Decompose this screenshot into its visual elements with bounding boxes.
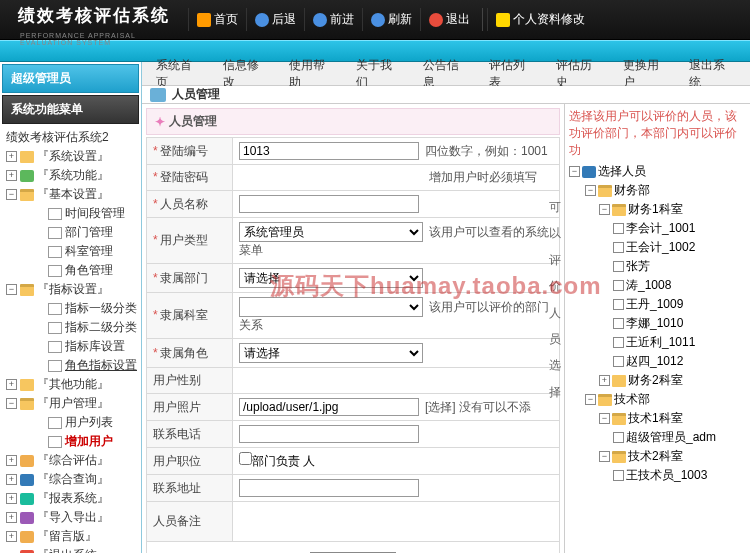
tree-add-user[interactable]: 增加用户 [4, 432, 137, 451]
rtree-person[interactable]: 涛_1008 [569, 276, 746, 295]
back-button[interactable]: 后退 [246, 8, 304, 31]
rtree-person[interactable]: 张芳 [569, 257, 746, 276]
refresh-icon [371, 13, 385, 27]
dept-select[interactable]: 请选择 [239, 268, 423, 288]
separator [482, 8, 483, 31]
tree-root[interactable]: 绩效考核评估系统2 [4, 128, 137, 147]
tree-query[interactable]: +『综合查询』 [4, 470, 137, 489]
hint: [选择] 没有可以不添 [425, 400, 531, 414]
tree-user-list[interactable]: 用户列表 [4, 413, 137, 432]
breadcrumb: 人员管理 [142, 86, 750, 104]
rtree-root[interactable]: −选择人员 [569, 162, 746, 181]
logo-area: 绩效考核评估系统 PERFORMANCE APPRAISAL EVALUATIO… [0, 8, 180, 31]
rtree-person[interactable]: 王近利_1011 [569, 333, 746, 352]
role-select[interactable]: 请选择 [239, 343, 423, 363]
form-title: 人员管理 [146, 108, 560, 135]
rtree-person[interactable]: 李娜_1010 [569, 314, 746, 333]
sidebar-tab-admin[interactable]: 超级管理员 [2, 64, 139, 93]
rtree-person[interactable]: 王会计_1002 [569, 238, 746, 257]
crumb-text: 人员管理 [172, 86, 220, 103]
tree-index-lib[interactable]: 指标库设置 [4, 337, 137, 356]
home-button[interactable]: 首页 [188, 8, 246, 31]
user-type-select[interactable]: 系统管理员 [239, 222, 423, 242]
header-toolbar: 首页 后退 前进 刷新 退出 个人资料修改 [188, 8, 593, 31]
login-id-input[interactable] [239, 142, 419, 160]
refresh-button[interactable]: 刷新 [362, 8, 420, 31]
main-area: 系统首页 信息修改 使用帮助 关于我们 公告信息 评估列表 评估历史 更换用户 … [142, 62, 750, 553]
exit-button[interactable]: 退出 [420, 8, 478, 31]
tree-role-manage[interactable]: 角色管理 [4, 261, 137, 280]
printer-icon [150, 88, 166, 102]
right-panel: 选择该用户可以评价的人员，该功评价部门，本部门内可以评价功 −选择人员 −财务部… [564, 104, 750, 553]
nav-tree: 绩效考核评估系统2 +『系统设置』 +『系统功能』 −『基本设置』 时间段管理 … [0, 126, 141, 553]
hint: 增加用户时必须填写 [429, 170, 537, 184]
photo-input[interactable] [239, 398, 419, 416]
app-header: 绩效考核评估系统 PERFORMANCE APPRAISAL EVALUATIO… [0, 0, 750, 40]
tree-user-manage[interactable]: −『用户管理』 [4, 394, 137, 413]
address-input[interactable] [239, 479, 419, 497]
tree-other-func[interactable]: +『其他功能』 [4, 375, 137, 394]
rtree-dept[interactable]: −财务部 [569, 181, 746, 200]
forward-icon [313, 13, 327, 27]
tree-basic-setting[interactable]: −『基本设置』 [4, 185, 137, 204]
sidebar-tab-menu[interactable]: 系统功能菜单 [2, 95, 139, 124]
tree-logout[interactable]: 『退出系统』 [4, 546, 137, 553]
menubar: 系统首页 信息修改 使用帮助 关于我们 公告信息 评估列表 评估历史 更换用户 … [142, 62, 750, 86]
rtree-person[interactable]: 李会计_1001 [569, 219, 746, 238]
phone-input[interactable] [239, 425, 419, 443]
exit-icon [429, 13, 443, 27]
rtree-person[interactable]: 赵四_1012 [569, 352, 746, 371]
leader-checkbox[interactable] [239, 452, 252, 465]
profile-button[interactable]: 个人资料修改 [487, 8, 593, 31]
home-icon [197, 13, 211, 27]
form-panel: 人员管理 *登陆编号四位数字，例如：1001 *登陆密码增加用户时必须填写 *人… [142, 104, 564, 553]
tree-role-index[interactable]: 角色指标设置 [4, 356, 137, 375]
tree-time-manage[interactable]: 时间段管理 [4, 204, 137, 223]
rtree-room[interactable]: −技术1科室 [569, 409, 746, 428]
rtree-room[interactable]: +财务2科室 [569, 371, 746, 390]
tree-room-manage[interactable]: 科室管理 [4, 242, 137, 261]
rtree-person[interactable]: 超级管理员_adm [569, 428, 746, 447]
tree-eval[interactable]: +『综合评估』 [4, 451, 137, 470]
tree-system-func[interactable]: +『系统功能』 [4, 166, 137, 185]
right-tip: 选择该用户可以评价的人员，该功评价部门，本部门内可以评价功 [569, 108, 746, 158]
rtree-room[interactable]: −财务1科室 [569, 200, 746, 219]
rtree-dept[interactable]: −技术部 [569, 390, 746, 409]
tree-import[interactable]: +『导入导出』 [4, 508, 137, 527]
tree-msg[interactable]: +『留言版』 [4, 527, 137, 546]
forward-button[interactable]: 前进 [304, 8, 362, 31]
tree-index-l2[interactable]: 指标二级分类 [4, 318, 137, 337]
user-form: *登陆编号四位数字，例如：1001 *登陆密码增加用户时必须填写 *人员名称 *… [146, 137, 560, 553]
vertical-label: 可以评价人员选择 [548, 194, 562, 405]
tree-dept-manage[interactable]: 部门管理 [4, 223, 137, 242]
rtree-room[interactable]: −技术2科室 [569, 447, 746, 466]
tree-index-l1[interactable]: 指标一级分类 [4, 299, 137, 318]
name-input[interactable] [239, 195, 419, 213]
left-sidebar: 超级管理员 系统功能菜单 绩效考核评估系统2 +『系统设置』 +『系统功能』 −… [0, 62, 142, 553]
rtree-person[interactable]: 王丹_1009 [569, 295, 746, 314]
tree-system-setting[interactable]: +『系统设置』 [4, 147, 137, 166]
person-tree: −选择人员 −财务部 −财务1科室 李会计_1001 王会计_1002 张芳 涛… [569, 162, 746, 485]
app-subtitle: PERFORMANCE APPRAISAL EVALUATION SYSTEM [20, 32, 180, 46]
tree-report[interactable]: +『报表系统』 [4, 489, 137, 508]
room-select[interactable] [239, 297, 423, 317]
app-title: 绩效考核评估系统 [0, 4, 180, 27]
user-icon [496, 13, 510, 27]
tree-index-setting[interactable]: −『指标设置』 [4, 280, 137, 299]
rtree-person[interactable]: 王技术员_1003 [569, 466, 746, 485]
hint: 四位数字，例如：1001 [425, 144, 548, 158]
back-icon [255, 13, 269, 27]
